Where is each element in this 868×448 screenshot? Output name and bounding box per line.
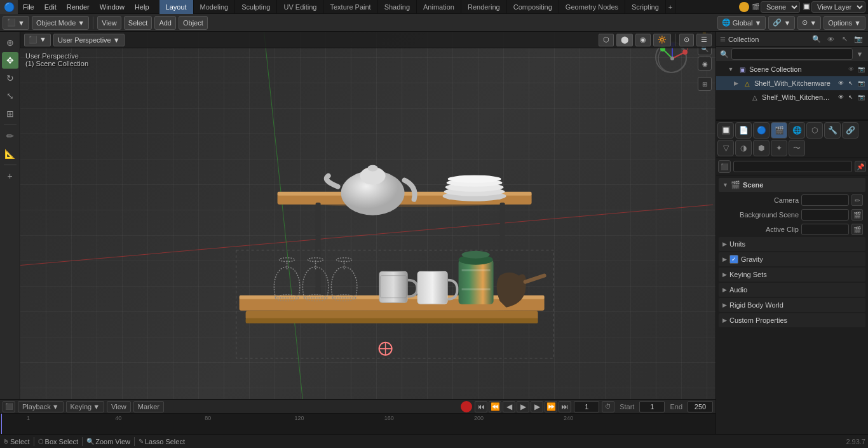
tab-sculpting[interactable]: Sculpting [235, 0, 277, 14]
measure-tool[interactable]: 📐 [2, 146, 18, 162]
outliner-vis-eye-0[interactable]: 👁 [846, 65, 855, 74]
outliner-filter-icon[interactable]: 🔍 [811, 34, 822, 45]
scale-tool[interactable]: ⤡ [2, 88, 18, 104]
prev-frame-btn[interactable]: ◀ [503, 401, 515, 412]
snap-btn[interactable]: 🔗 ▼ [768, 16, 795, 30]
current-frame-display[interactable]: 1 [574, 401, 599, 412]
gravity-header[interactable]: ▶ Gravity [719, 252, 865, 266]
start-frame-input[interactable]: 1 [639, 401, 665, 412]
vp-shading-solid[interactable]: ⬤ [616, 34, 633, 46]
camera-value[interactable] [801, 194, 849, 206]
end-frame-input[interactable]: 250 [688, 401, 713, 412]
tab-compositing[interactable]: Compositing [507, 0, 559, 14]
tab-texture-paint[interactable]: Texture Paint [323, 0, 377, 14]
menu-edit[interactable]: Edit [39, 0, 62, 14]
add-object-tool[interactable]: + [2, 168, 18, 184]
tab-animation[interactable]: Animation [417, 0, 461, 14]
tab-modeling[interactable]: Modeling [194, 0, 236, 14]
prop-tab-world[interactable]: 🌐 [789, 122, 805, 139]
annotate-tool[interactable]: ✏ [2, 128, 18, 144]
tab-shading[interactable]: Shading [378, 0, 417, 14]
add-btn[interactable]: Add [154, 16, 176, 30]
outliner-vis-cam-1[interactable]: 📷 [857, 79, 865, 88]
props-search-input[interactable] [733, 161, 852, 172]
view-btn[interactable]: View [97, 16, 121, 30]
prop-tab-particles[interactable]: ✦ [771, 140, 787, 156]
marker-btn[interactable]: Marker [133, 401, 164, 412]
object-mode-btn[interactable]: Object Mode ▼ [32, 16, 89, 30]
object-btn[interactable]: Object [179, 16, 208, 30]
menu-file[interactable]: File [18, 0, 39, 14]
timeline-content[interactable]: 1 40 80 120 160 200 240 [0, 414, 715, 434]
keying-btn[interactable]: Keying ▼ [66, 401, 105, 412]
next-frame-btn[interactable]: ▶ [531, 401, 543, 412]
select-status[interactable]: Select [10, 438, 30, 445]
prev-keyframe-btn[interactable]: ⏪ [489, 401, 501, 412]
view-render-btn[interactable]: ◉ [698, 57, 712, 71]
prop-tab-modifiers[interactable]: 🔧 [824, 122, 841, 139]
zoom-status[interactable]: Zoom View [95, 438, 130, 445]
tab-uv-editing[interactable]: UV Editing [277, 0, 323, 14]
prop-tab-render[interactable]: 🔲 [717, 122, 734, 139]
outliner-expand-shelf1[interactable]: ▶ [731, 79, 740, 88]
vp-perspective-btn[interactable]: User Perspective▼ [53, 34, 125, 46]
view-quad-btn[interactable]: ⊞ [698, 77, 712, 91]
outliner-vis-toggle[interactable]: 👁 [825, 34, 836, 45]
vp-shading-wire[interactable]: ⬡ [599, 34, 614, 46]
outliner-item-shelf2[interactable]: ▶ △ Shelf_With_Kitchenware 👁 ↖ 📷 [716, 90, 868, 104]
tab-rendering[interactable]: Rendering [461, 0, 507, 14]
outliner-filter-btn[interactable]: ▼ [854, 48, 865, 60]
play-btn[interactable]: ▶ [517, 401, 529, 412]
vp-shading-render[interactable]: 🔆 [653, 34, 671, 46]
cursor-tool[interactable]: ⊕ [2, 34, 18, 51]
vp-shading-look[interactable]: ◉ [635, 34, 651, 46]
move-tool[interactable]: ✥ [2, 52, 18, 69]
prop-tab-data[interactable]: ▽ [717, 140, 734, 156]
prop-tab-output[interactable]: 📄 [735, 122, 752, 139]
outliner-vis-sel-1[interactable]: ↖ [846, 79, 855, 88]
timeline-editor-type[interactable]: ⬛ [3, 401, 15, 412]
outliner-item-shelf1[interactable]: ▶ △ Shelf_With_Kitchenware 👁 ↖ 📷 [716, 76, 868, 90]
proportional-btn[interactable]: ⊙ ▼ [797, 16, 821, 30]
options-btn[interactable]: Options ▼ [824, 16, 865, 30]
audio-header[interactable]: ▶ Audio [719, 283, 865, 297]
outliner-render-toggle[interactable]: 📷 [853, 34, 864, 45]
menu-render[interactable]: Render [62, 0, 95, 14]
tab-layout[interactable]: Layout [159, 0, 194, 14]
outliner-select-toggle[interactable]: ↖ [839, 34, 850, 45]
record-btn[interactable] [461, 401, 472, 412]
custom-props-header[interactable]: ▶ Custom Properties [719, 313, 865, 327]
outliner-vis-cam-2[interactable]: 📷 [857, 93, 865, 102]
menu-window[interactable]: Window [95, 0, 130, 14]
jump-to-start-btn[interactable]: ⏮ [475, 401, 487, 412]
rigid-body-header[interactable]: ▶ Rigid Body World [719, 298, 865, 312]
tab-scripting[interactable]: Scripting [625, 0, 666, 14]
prop-tab-material[interactable]: ◑ [735, 140, 752, 156]
prop-tab-scene[interactable]: 🎬 [771, 122, 787, 139]
active-clip-icon-btn[interactable]: 🎬 [851, 224, 863, 235]
next-keyframe-btn[interactable]: ⏩ [545, 401, 557, 412]
rotate-tool[interactable]: ↻ [2, 70, 18, 86]
outliner-search-input[interactable] [731, 48, 853, 60]
background-scene-value[interactable] [801, 209, 849, 221]
playback-btn[interactable]: Playback ▼ [18, 401, 64, 412]
keying-sets-header[interactable]: ▶ Keying Sets [719, 268, 865, 282]
prop-tab-physics[interactable]: 〜 [789, 140, 805, 156]
prop-tab-constraints[interactable]: 🔗 [842, 122, 858, 139]
view-layer-selector[interactable]: View Layer [811, 1, 865, 13]
outliner-vis-eye-1[interactable]: 👁 [836, 79, 845, 88]
prop-tab-object[interactable]: ⬡ [806, 122, 823, 139]
menu-help[interactable]: Help [130, 0, 154, 14]
transform-tool[interactable]: ⊞ [2, 105, 18, 122]
background-scene-icon-btn[interactable]: 🎬 [851, 209, 863, 221]
transform-space-btn[interactable]: 🌐 Global ▼ [717, 16, 766, 30]
outliner-vis-sel-2[interactable]: ↖ [846, 93, 855, 102]
editor-type-btn[interactable]: ⬛ ▼ [3, 16, 29, 30]
props-pin-btn[interactable]: 📌 [855, 161, 866, 172]
lasso-status[interactable]: Lasso Select [145, 438, 185, 445]
prop-tab-view-layer[interactable]: 🔵 [753, 122, 770, 139]
camera-eyedropper-btn[interactable]: ✏ [851, 194, 863, 206]
units-header[interactable]: ▶ Units [719, 237, 865, 251]
props-editor-type[interactable]: ⬛ [718, 160, 731, 173]
timeline-view-btn[interactable]: View [107, 401, 131, 412]
